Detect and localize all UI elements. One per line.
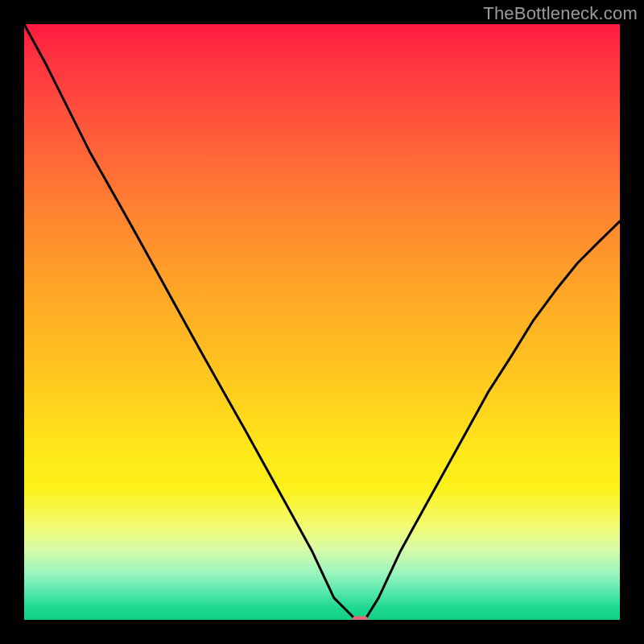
plot-area	[24, 24, 620, 620]
min-marker	[352, 616, 368, 620]
watermark-text: TheBottleneck.com	[483, 3, 638, 24]
chart-svg	[24, 24, 620, 620]
curve-line	[24, 24, 620, 620]
chart-frame: TheBottleneck.com	[0, 0, 644, 644]
